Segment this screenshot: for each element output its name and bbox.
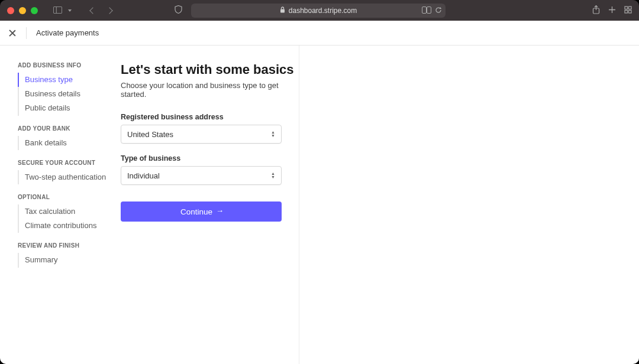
chevron-down-icon[interactable]	[68, 9, 72, 12]
svg-rect-2	[280, 9, 285, 13]
close-window[interactable]	[7, 7, 14, 14]
maximize-window[interactable]	[31, 7, 38, 14]
sidebar-item-summary[interactable]: Summary	[18, 253, 121, 267]
label-business-type: Type of business	[121, 154, 299, 162]
main-heading: Let's start with some basics	[121, 62, 299, 77]
svg-rect-11	[625, 10, 628, 13]
sidebar-item-public-details[interactable]: Public details	[18, 101, 121, 115]
lock-icon	[280, 6, 285, 14]
back-button[interactable]	[87, 8, 99, 13]
sidebar-item-bank-details[interactable]: Bank details	[18, 136, 121, 150]
sidebar-heading-optional: OPTIONAL	[18, 194, 121, 200]
sidebar-heading-review: REVIEW AND FINISH	[18, 242, 121, 249]
sidebar-item-tax-calculation[interactable]: Tax calculation	[18, 204, 121, 219]
tab-grid-icon[interactable]	[624, 6, 632, 15]
divider	[26, 27, 27, 39]
sidebar-heading-business-info: ADD BUSINESS INFO	[18, 62, 121, 69]
svg-rect-0	[53, 6, 62, 13]
url-text: dashboard.stripe.com	[289, 6, 357, 15]
sidebar-heading-secure: SECURE YOUR ACCOUNT	[18, 160, 121, 166]
sidebar-item-climate-contributions[interactable]: Climate contributions	[18, 219, 121, 233]
close-icon[interactable]	[8, 29, 17, 37]
forward-button[interactable]	[104, 8, 115, 13]
shield-icon[interactable]	[175, 5, 182, 15]
svg-rect-4	[427, 6, 431, 13]
svg-rect-3	[422, 6, 427, 13]
new-tab-icon[interactable]	[608, 6, 616, 15]
continue-label: Continue	[180, 207, 212, 216]
select-chevrons-icon: ▲▼	[271, 173, 275, 179]
main-subtext: Choose your location and business type t…	[121, 81, 299, 99]
browser-toolbar: dashboard.stripe.com	[0, 0, 639, 21]
reader-icon[interactable]	[422, 6, 431, 15]
address-bar[interactable]: dashboard.stripe.com	[191, 4, 446, 18]
select-chevrons-icon: ▲▼	[271, 131, 275, 138]
page-title: Activate payments	[36, 28, 99, 37]
right-empty-pane	[299, 46, 639, 364]
sidebar-item-two-step-auth[interactable]: Two-step authentication	[18, 170, 121, 184]
svg-rect-10	[629, 6, 632, 9]
arrow-right-icon	[216, 209, 222, 214]
reload-icon[interactable]	[435, 6, 442, 15]
select-business-type[interactable]: Individual ▲▼	[121, 166, 282, 185]
select-country-value: United States	[127, 130, 173, 139]
continue-button[interactable]: Continue	[121, 202, 282, 222]
svg-rect-12	[629, 10, 632, 13]
sidebar-item-business-details[interactable]: Business details	[18, 87, 121, 101]
select-business-type-value: Individual	[127, 171, 160, 180]
label-address: Registered business address	[121, 113, 299, 121]
window-controls	[7, 7, 38, 14]
select-country[interactable]: United States ▲▼	[121, 125, 282, 144]
sidebar-nav: ADD BUSINESS INFO Business type Business…	[0, 46, 121, 364]
form-panel: Let's start with some basics Choose your…	[121, 46, 299, 364]
minimize-window[interactable]	[19, 7, 26, 14]
page-header: Activate payments	[0, 21, 639, 46]
svg-rect-9	[625, 6, 628, 9]
sidebar-item-business-type[interactable]: Business type	[18, 73, 121, 87]
sidebar-toggle-icon[interactable]	[53, 5, 62, 16]
share-icon[interactable]	[592, 5, 600, 16]
sidebar-heading-bank: ADD YOUR BANK	[18, 125, 121, 132]
